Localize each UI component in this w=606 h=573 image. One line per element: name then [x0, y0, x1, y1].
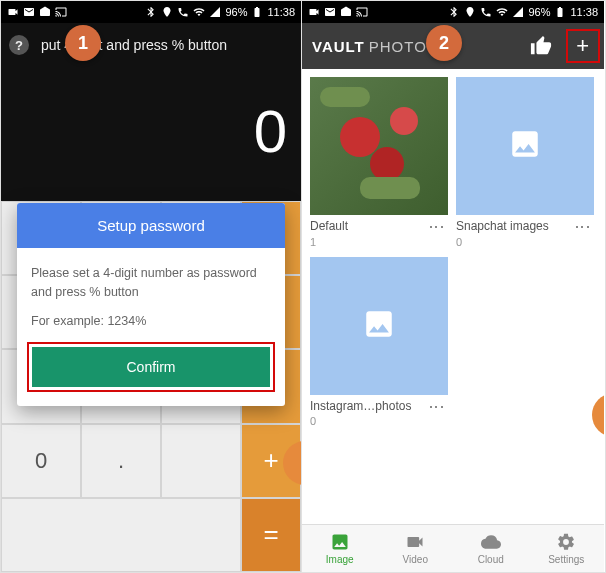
screenshot-step-2: 96% 11:38 VAULT PHOTO +: [302, 1, 604, 572]
album-thumb[interactable]: [456, 77, 594, 215]
more-icon[interactable]: ⋮: [425, 219, 448, 233]
battery-icon: [554, 6, 566, 18]
gear-icon: [556, 532, 576, 552]
picture-icon: [508, 127, 542, 165]
album-count: 0: [310, 414, 425, 428]
album-name: Snapchat images: [456, 219, 571, 235]
key-equals[interactable]: =: [241, 498, 301, 572]
nav-video[interactable]: Video: [378, 525, 454, 572]
add-highlight: +: [566, 29, 600, 63]
key-0[interactable]: 0: [1, 424, 81, 498]
battery-pct: 96%: [225, 6, 247, 18]
mail-icon: [324, 6, 336, 18]
battery-pct: 96%: [528, 6, 550, 18]
bottom-nav: Image Video Cloud Settings: [302, 524, 604, 572]
video-icon: [405, 532, 425, 552]
album-count: 1: [310, 235, 425, 249]
calculator-display-area: ? put 4-digit and press % button 0: [1, 23, 301, 201]
location-icon: [464, 6, 476, 18]
dialog-title: Setup password: [17, 203, 285, 248]
cloud-icon: [481, 532, 501, 552]
confirm-highlight: Confirm: [27, 342, 275, 392]
album-thumb[interactable]: [310, 77, 448, 215]
mail-icon: [23, 6, 35, 18]
image-icon: [330, 532, 350, 552]
setup-password-dialog: Setup password Please set a 4-digit numb…: [17, 203, 285, 406]
calculator-display: 0: [1, 67, 301, 166]
app-title-light: PHOTO: [369, 38, 427, 55]
signal-icon: [512, 6, 524, 18]
camera-icon: [308, 6, 320, 18]
key-blank[interactable]: [161, 424, 241, 498]
nav-settings[interactable]: Settings: [529, 525, 605, 572]
bluetooth-icon: [145, 6, 157, 18]
battery-icon: [251, 6, 263, 18]
clock-time: 11:38: [267, 6, 295, 18]
nav-label: Video: [403, 554, 428, 565]
nav-label: Settings: [548, 554, 584, 565]
envelope-icon: [340, 6, 352, 18]
wifi-icon: [193, 6, 205, 18]
confirm-button[interactable]: Confirm: [32, 347, 270, 387]
more-icon[interactable]: ⋮: [571, 219, 594, 233]
nav-label: Cloud: [478, 554, 504, 565]
cast-icon: [55, 6, 67, 18]
status-bar: 96% 11:38: [302, 1, 604, 23]
bluetooth-icon: [448, 6, 460, 18]
key-dot[interactable]: .: [81, 424, 161, 498]
location-icon: [161, 6, 173, 18]
album-instagram[interactable]: Instagram…photos 0 ⋮: [310, 257, 448, 429]
add-icon[interactable]: +: [576, 33, 590, 58]
nav-label: Image: [326, 554, 354, 565]
album-grid: Default 1 ⋮ Snapchat images 0 ⋮: [302, 69, 604, 524]
screenshot-step-1: 96% 11:38 ? put 4-digit and press % butt…: [1, 1, 302, 572]
picture-icon: [362, 307, 396, 345]
phone-icon: [480, 6, 492, 18]
album-name: Instagram…photos: [310, 399, 425, 415]
album-count: 0: [456, 235, 571, 249]
app-title-bold: VAULT: [312, 38, 365, 55]
thumbs-up-icon[interactable]: [530, 35, 552, 57]
more-icon[interactable]: ⋮: [425, 399, 448, 413]
dialog-example: For example: 1234%: [31, 312, 271, 331]
help-icon[interactable]: ?: [9, 35, 29, 55]
wifi-icon: [496, 6, 508, 18]
status-bar: 96% 11:38: [1, 1, 301, 23]
album-thumb[interactable]: [310, 257, 448, 395]
album-default[interactable]: Default 1 ⋮: [310, 77, 448, 249]
signal-icon: [209, 6, 221, 18]
cast-icon: [356, 6, 368, 18]
step-badge-2: 2: [426, 25, 462, 61]
nav-image[interactable]: Image: [302, 525, 378, 572]
album-snapchat[interactable]: Snapchat images 0 ⋮: [456, 77, 594, 249]
dialog-body-text: Please set a 4-digit number as password …: [31, 264, 271, 302]
clock-time: 11:38: [570, 6, 598, 18]
album-name: Default: [310, 219, 425, 235]
key-spacer: [1, 498, 241, 572]
nav-cloud[interactable]: Cloud: [453, 525, 529, 572]
camera-icon: [7, 6, 19, 18]
phone-icon: [177, 6, 189, 18]
envelope-icon: [39, 6, 51, 18]
step-badge-1: 1: [65, 25, 101, 61]
